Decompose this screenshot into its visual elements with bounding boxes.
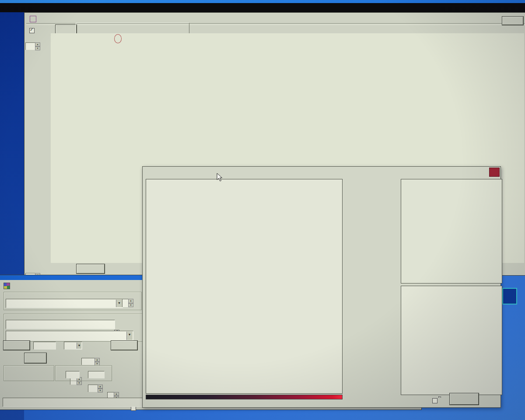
max-field[interactable] bbox=[88, 371, 105, 378]
feed-report-button[interactable] bbox=[4, 341, 30, 350]
modulation-chart bbox=[401, 179, 500, 282]
blindscan-button[interactable] bbox=[56, 25, 77, 34]
gain-spinner[interactable]: ▲▼ bbox=[25, 42, 40, 50]
symbolrate-arrows[interactable]: ▲▼ bbox=[94, 358, 100, 365]
min-field[interactable] bbox=[66, 371, 80, 378]
gain-spinner-arrows[interactable]: ▲▼ bbox=[35, 42, 40, 50]
close-button[interactable] bbox=[489, 168, 500, 177]
peak-level-annotation bbox=[109, 133, 113, 145]
symbolrate-spinner[interactable]: ▲▼ bbox=[81, 358, 100, 365]
set-channel-button[interactable] bbox=[111, 341, 137, 350]
chevron-down-icon[interactable]: ▼ bbox=[77, 343, 81, 349]
transponder-combobox[interactable]: ▼ bbox=[6, 331, 133, 341]
up-arrow-icon[interactable]: ▲ bbox=[98, 385, 103, 388]
up-arrow-icon[interactable]: ▲ bbox=[94, 358, 100, 362]
down-arrow-icon[interactable]: ▼ bbox=[35, 46, 40, 50]
down-arrow-icon[interactable]: ▼ bbox=[128, 303, 133, 308]
up-arrow-icon[interactable]: ▲ bbox=[114, 392, 119, 396]
freq-step-groupbox bbox=[4, 365, 54, 381]
quality-gradient-bar bbox=[146, 395, 343, 399]
device-index-value bbox=[122, 299, 128, 307]
constellation-plot[interactable] bbox=[146, 179, 341, 392]
feed-report-window bbox=[142, 166, 501, 408]
gain-spinner-value bbox=[25, 42, 35, 50]
satellite-field[interactable] bbox=[6, 320, 115, 329]
spectrum-button[interactable] bbox=[24, 353, 46, 363]
marker-frequency-annotation bbox=[105, 205, 111, 262]
band-combobox[interactable]: ▼ bbox=[64, 342, 82, 350]
status-bar bbox=[3, 398, 144, 407]
down-arrow-icon[interactable]: ▼ bbox=[77, 381, 82, 385]
down-arrow-icon[interactable]: ▼ bbox=[98, 388, 103, 392]
chevron-down-icon[interactable]: ▼ bbox=[126, 332, 133, 340]
modulation-chart-panel bbox=[401, 179, 502, 284]
points-arrows[interactable]: ▲▼ bbox=[98, 385, 103, 392]
frequency-field[interactable] bbox=[33, 342, 56, 350]
autosize-button[interactable] bbox=[77, 264, 105, 273]
spectrum-window-icon bbox=[30, 16, 36, 22]
points-spinner[interactable]: ▲▼ bbox=[88, 385, 103, 392]
auto-checkbox[interactable] bbox=[29, 28, 35, 33]
screen-top-edge bbox=[0, 0, 525, 3]
mouse-cursor bbox=[217, 173, 224, 182]
up-arrow-icon[interactable]: ▲ bbox=[35, 42, 40, 46]
rfi-save-button[interactable] bbox=[450, 393, 479, 405]
device-combobox[interactable]: ▼ bbox=[6, 299, 123, 308]
iq-window-icon bbox=[4, 283, 10, 289]
rfi-chart bbox=[401, 286, 500, 393]
save-button[interactable] bbox=[502, 17, 523, 25]
device-index-spinner[interactable]: ▲▼ bbox=[122, 299, 133, 307]
chevron-down-icon[interactable]: ▼ bbox=[116, 300, 122, 307]
rfi-auto-checkbox[interactable] bbox=[432, 398, 438, 403]
points-value bbox=[88, 385, 98, 392]
symbolrate-value bbox=[81, 358, 94, 365]
screen-top-bezel bbox=[0, 3, 525, 12]
up-arrow-icon[interactable]: ▲ bbox=[128, 299, 133, 303]
constellation-panel bbox=[146, 179, 343, 394]
desktop-icon[interactable] bbox=[502, 288, 517, 304]
satellite-header-box bbox=[76, 23, 189, 34]
transponder-marker-badge bbox=[114, 34, 122, 43]
rfi-chart-panel bbox=[401, 286, 502, 395]
device-index-arrows[interactable]: ▲▼ bbox=[128, 299, 133, 307]
